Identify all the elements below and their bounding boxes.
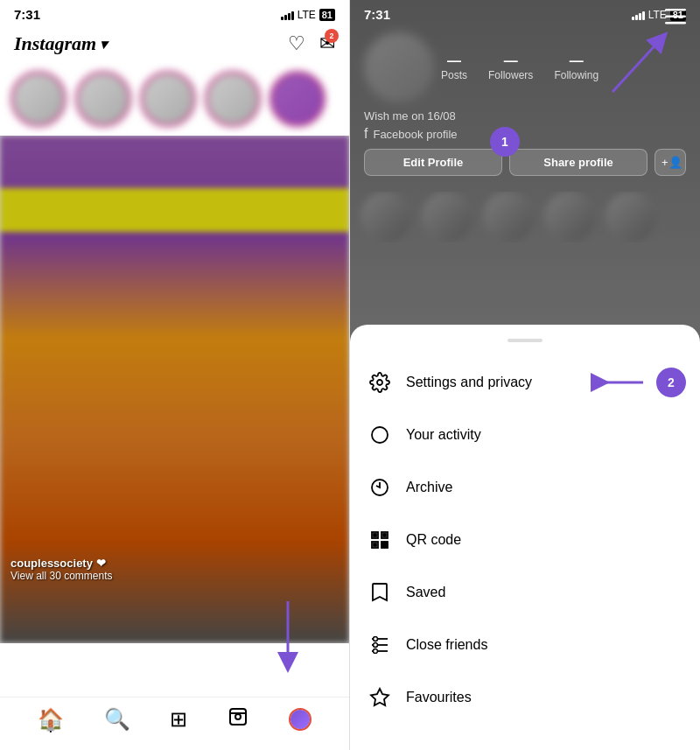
menu-item-activity[interactable]: Your activity: [350, 409, 700, 461]
story-circle-2[interactable]: [75, 71, 131, 127]
settings-label: Settings and privacy: [406, 375, 532, 390]
facebook-icon: f: [364, 126, 368, 142]
time-left: 7:31: [14, 7, 40, 22]
lte-label-left: LTE: [298, 9, 316, 21]
qrcode-label: QR code: [406, 532, 461, 548]
highlights-row: [350, 192, 700, 242]
heart-icon[interactable]: ♡: [288, 32, 305, 55]
nav-add[interactable]: ⊞: [170, 707, 187, 732]
yellow-bar: [0, 188, 349, 232]
qrcode-icon: [368, 528, 392, 552]
svg-rect-2: [230, 709, 246, 725]
notif-badge: 2: [325, 29, 339, 43]
svg-point-3: [235, 714, 241, 719]
add-person-button[interactable]: +👤: [654, 149, 686, 176]
sheet-handle: [508, 339, 542, 342]
birthday-text: Wish me on 16/08: [364, 109, 686, 123]
signal-bars-left: [281, 10, 294, 20]
facebook-link[interactable]: f Facebook profile: [364, 126, 686, 142]
stories-row: [0, 62, 349, 136]
svg-rect-26: [385, 542, 388, 544]
svg-point-10: [377, 380, 382, 385]
left-panel: 7:31 LTE 81 Instagram ▾ ♡ ✉ 2: [0, 0, 350, 750]
menu-item-saved[interactable]: Saved: [350, 566, 700, 619]
instagram-logo[interactable]: Instagram ▾: [14, 32, 107, 55]
menu-item-favourites[interactable]: Favourites: [350, 671, 700, 724]
saved-icon: [368, 580, 392, 605]
status-icons-left: LTE 81: [281, 9, 335, 21]
highlight-1[interactable]: [360, 192, 411, 242]
favourites-label: Favourites: [406, 690, 472, 705]
lte-label-right: LTE: [648, 9, 667, 21]
arrow-down-annotation: [253, 592, 323, 680]
battery-left: 81: [319, 9, 335, 21]
svg-rect-6: [665, 16, 686, 18]
nav-reels[interactable]: [228, 706, 248, 732]
svg-marker-33: [371, 689, 388, 705]
highlight-2[interactable]: [422, 192, 472, 242]
menu-item-closefriends[interactable]: Close friends: [350, 619, 700, 671]
time-right: 7:31: [364, 7, 390, 22]
profile-buttons: Edit Profile Share profile +👤: [364, 149, 686, 176]
caption-comments-link[interactable]: View all 30 comments: [10, 570, 339, 582]
svg-rect-21: [374, 543, 376, 546]
archive-label: Archive: [406, 480, 452, 495]
svg-rect-5: [665, 9, 686, 11]
profile-avatar: [364, 32, 434, 102]
messenger-icon[interactable]: ✉ 2: [319, 32, 335, 55]
settings-icon: [368, 370, 392, 395]
svg-rect-20: [383, 534, 386, 536]
share-profile-button[interactable]: Share profile: [509, 149, 648, 176]
highlight-4[interactable]: [544, 192, 595, 242]
signal-bars-right: [632, 10, 645, 20]
menu-item-archive[interactable]: Archive: [350, 461, 700, 514]
nav-profile[interactable]: [289, 708, 312, 731]
status-bar-left: 7:31 LTE 81: [0, 0, 349, 25]
menu-item-qrcode[interactable]: QR code: [350, 514, 700, 566]
nav-home[interactable]: 🏠: [38, 707, 64, 732]
step1-annotation: 1: [490, 127, 520, 157]
activity-icon: [368, 423, 392, 447]
edit-profile-button[interactable]: Edit Profile: [364, 149, 502, 176]
arrow-to-settings: [591, 369, 652, 396]
svg-point-32: [374, 649, 378, 654]
bottom-nav: 🏠 🔍 ⊞: [0, 697, 349, 750]
right-panel: 7:31 LTE 81 1: [350, 0, 700, 750]
highlight-5[interactable]: [606, 192, 656, 242]
favourites-icon: [368, 685, 392, 710]
instagram-header: Instagram ▾ ♡ ✉ 2: [0, 25, 349, 62]
step2-annotation: 2: [656, 368, 686, 397]
posts-stat: — Posts: [441, 53, 467, 81]
svg-rect-25: [382, 545, 384, 548]
svg-line-9: [612, 39, 661, 92]
caption-username: couplessociety ❤: [10, 557, 339, 570]
activity-label: Your activity: [406, 427, 481, 443]
svg-rect-24: [385, 545, 388, 548]
story-circle-1[interactable]: [10, 71, 66, 127]
story-circle-3[interactable]: [140, 71, 196, 127]
feed-content: couplessociety ❤ View all 30 comments: [0, 136, 349, 643]
highlight-3[interactable]: [483, 192, 534, 242]
menu-item-settings[interactable]: Settings and privacy 2: [350, 356, 700, 409]
followers-stat: — Followers: [488, 53, 533, 81]
dropdown-arrow: ▾: [100, 36, 107, 53]
story-circle-5[interactable]: [270, 71, 326, 127]
caption-area: couplessociety ❤ View all 30 comments: [10, 557, 339, 582]
archive-icon: [368, 475, 392, 500]
header-icons: ♡ ✉ 2: [288, 32, 335, 55]
arrow-to-hamburger: [586, 22, 691, 109]
closefriends-icon: [368, 633, 392, 657]
svg-point-30: [374, 637, 378, 641]
saved-label: Saved: [406, 585, 445, 600]
nav-search[interactable]: 🔍: [104, 707, 130, 732]
bottom-sheet-menu: Settings and privacy 2: [350, 325, 700, 750]
closefriends-label: Close friends: [406, 637, 487, 653]
story-circle-4[interactable]: [205, 71, 261, 127]
svg-rect-19: [374, 534, 376, 536]
svg-point-31: [374, 643, 378, 648]
svg-rect-23: [382, 542, 384, 544]
